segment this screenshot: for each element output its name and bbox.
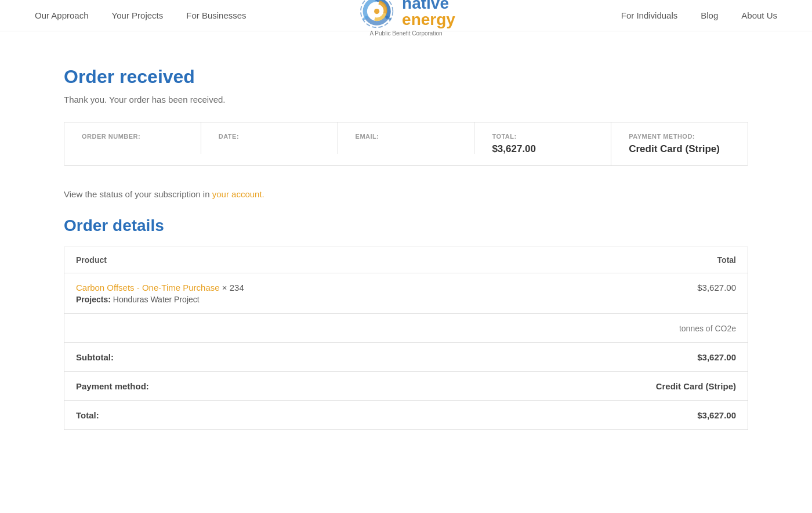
payment-method-label-cell: Payment method:: [64, 372, 508, 401]
order-received-title: Order received: [64, 66, 748, 88]
order-total-value: $3,627.00: [492, 143, 593, 155]
product-name-line: Carbon Offsets - One-Time Purchase × 234: [76, 283, 496, 292]
tonnes-note: tonnes of CO2e: [679, 324, 736, 333]
nav-for-individuals[interactable]: For Individuals: [621, 10, 678, 20]
svg-point-1: [374, 9, 379, 14]
order-payment-value: Credit Card (Stripe): [629, 143, 730, 155]
nav-your-projects[interactable]: Your Projects: [112, 10, 164, 20]
subtotal-value-cell: $3,627.00: [507, 343, 748, 372]
svg-point-3: [385, 16, 389, 19]
subscription-note: View the status of your subscription in …: [64, 189, 748, 199]
subtotal-label-cell: Subtotal:: [64, 343, 508, 372]
svg-point-4: [365, 16, 368, 19]
total-value: $3,627.00: [697, 410, 736, 420]
site-logo[interactable]: native energy A Public Benefit Corporati…: [357, 0, 455, 37]
col-total-header: Total: [507, 247, 748, 273]
site-header: Our Approach Your Projects For Businesse…: [0, 0, 812, 31]
projects-label: Projects:: [76, 295, 111, 304]
payment-method-value-cell: Credit Card (Stripe): [507, 372, 748, 401]
table-header-row: Product Total: [64, 247, 748, 273]
payment-method-row: Payment method: Credit Card (Stripe): [64, 372, 748, 401]
total-label-cell: Total:: [64, 401, 508, 430]
total-value-cell: $3,627.00: [507, 401, 748, 430]
subtotal-label: Subtotal:: [76, 352, 114, 362]
product-quantity-value: × 234: [222, 283, 244, 292]
total-row: Total: $3,627.00: [64, 401, 748, 430]
logo-text: native energy: [402, 0, 455, 28]
svg-point-7: [362, 17, 365, 20]
order-payment-label: PAYMENT METHOD:: [629, 133, 730, 140]
tonnes-cell: tonnes of CO2e: [64, 314, 748, 343]
total-label: Total:: [76, 410, 99, 420]
nav-our-approach[interactable]: Our Approach: [35, 10, 89, 20]
nav-right: For Individuals Blog About Us: [621, 10, 777, 20]
order-email-field: EMAIL:: [338, 122, 475, 154]
subtotal-row: Subtotal: $3,627.00: [64, 343, 748, 372]
order-date-field: DATE:: [201, 122, 338, 154]
product-price-cell: $3,627.00: [507, 273, 748, 314]
col-product-header: Product: [64, 247, 508, 273]
subtotal-value: $3,627.00: [697, 352, 736, 362]
your-account-link[interactable]: your account.: [212, 189, 264, 199]
nav-for-businesses[interactable]: For Businesses: [186, 10, 246, 20]
subscription-note-prefix: View the status of your subscription in: [64, 189, 212, 199]
order-total-label: TOTAL:: [492, 133, 593, 140]
main-content: Order received Thank you. Your order has…: [29, 31, 783, 476]
order-number-label: ORDER NUMBER:: [82, 133, 183, 140]
projects-value: Honduras Water Project: [113, 295, 200, 304]
table-row: tonnes of CO2e: [64, 314, 748, 343]
payment-method-label: Payment method:: [76, 381, 149, 391]
order-number-field: ORDER NUMBER:: [64, 122, 201, 154]
table-row: Carbon Offsets - One-Time Purchase × 234…: [64, 273, 748, 314]
nav-left: Our Approach Your Projects For Businesse…: [35, 10, 246, 20]
svg-point-6: [388, 17, 391, 20]
order-meta: ORDER NUMBER: DATE: EMAIL: TOTAL: $3,627…: [64, 122, 748, 166]
product-cell: Carbon Offsets - One-Time Purchase × 234…: [64, 273, 508, 314]
thank-you-text: Thank you. Your order has been received.: [64, 95, 748, 104]
order-email-label: EMAIL:: [356, 133, 457, 140]
nav-blog[interactable]: Blog: [701, 10, 718, 20]
payment-method-value: Credit Card (Stripe): [656, 381, 736, 391]
product-name-link[interactable]: Carbon Offsets - One-Time Purchase: [76, 283, 220, 292]
order-total-field: TOTAL: $3,627.00: [474, 122, 611, 165]
nav-about-us[interactable]: About Us: [741, 10, 777, 20]
order-details-title: Order details: [64, 216, 748, 235]
order-date-label: DATE:: [219, 133, 320, 140]
order-payment-field: PAYMENT METHOD: Credit Card (Stripe): [611, 122, 748, 165]
product-projects: Projects: Honduras Water Project: [76, 295, 496, 304]
logo-icon: [357, 0, 397, 29]
order-table: Product Total Carbon Offsets - One-Time …: [64, 247, 748, 430]
